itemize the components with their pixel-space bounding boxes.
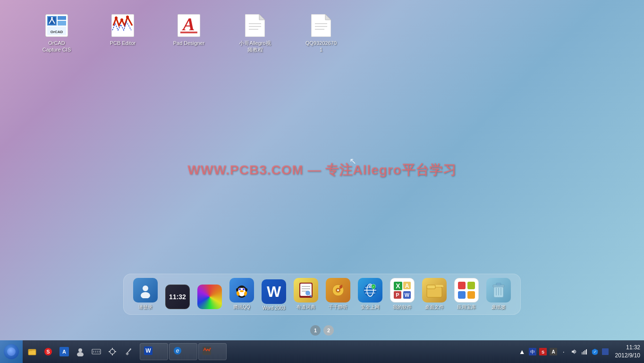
page-2-button[interactable]: 2	[323, 325, 334, 336]
dock-item-music[interactable]: 千千静听	[323, 277, 353, 311]
tray-dot-icon[interactable]: ·	[559, 347, 568, 356]
svg-marker-22	[325, 14, 331, 20]
contacts-label: 请登录	[138, 304, 153, 311]
system-tray: ▲ 中 S A · ✓ 11:32	[518, 340, 644, 363]
svg-text:中: 中	[530, 349, 535, 354]
svg-text:✓: ✓	[372, 285, 375, 288]
taskbar-keyboard-btn[interactable]	[89, 344, 104, 359]
clock-time: 11:32	[615, 344, 640, 352]
svg-rect-112	[602, 348, 609, 355]
taskbar-explorer-btn[interactable]	[25, 344, 40, 359]
dock-item-qq[interactable]: 腾讯QQ	[227, 277, 257, 311]
svg-point-11	[126, 16, 129, 18]
pcb-editor-label: PCB Editor	[110, 40, 136, 46]
video-tutorial-label: 小哥Allegro视 频教程	[239, 40, 271, 53]
dock-item-contacts[interactable]: 请登录	[130, 277, 161, 311]
prism-icon	[197, 285, 222, 309]
taskbar-ie-icon: e	[173, 346, 182, 357]
svg-text:A: A	[551, 349, 555, 354]
mysoft-label: 我的软件	[393, 304, 412, 311]
dock-item-ie[interactable]: e ✓ 安全上网	[355, 277, 385, 311]
svg-point-32	[239, 288, 241, 290]
svg-rect-70	[467, 291, 475, 299]
desktop-icon-qq-file[interactable]: QQ93202670 1	[302, 14, 340, 53]
taskbar: S A W e	[0, 340, 644, 363]
svg-rect-2	[58, 16, 66, 20]
desktop-icon-pad-designer[interactable]: A Pad Designer	[170, 14, 208, 53]
system-clock[interactable]: 11:32 2012/9/10	[612, 344, 640, 360]
tray-expand-icon[interactable]: ▲	[518, 347, 526, 356]
mouse-cursor: ↖	[349, 156, 356, 166]
dock-item-appstore[interactable]: 应用宝库	[451, 277, 482, 311]
tray-ime-icon[interactable]: 中	[528, 347, 537, 356]
start-orb	[4, 344, 19, 359]
svg-point-48	[337, 289, 339, 291]
svg-text:A: A	[62, 349, 66, 354]
svg-rect-72	[493, 285, 504, 287]
orcad-icon: OrCAD	[45, 14, 68, 37]
tray-network-icon[interactable]	[580, 347, 589, 356]
svg-marker-106	[572, 349, 575, 354]
music-icon	[326, 278, 350, 302]
desktop-icon-video-tutorial[interactable]: 小哥Allegro视 频教程	[236, 14, 274, 53]
taskbar-user-btn[interactable]	[73, 344, 88, 359]
svg-rect-38	[246, 288, 247, 291]
dock-item-trash[interactable]: 废纸篓	[483, 277, 514, 311]
appstore-icon	[454, 278, 479, 302]
svg-text:e: e	[176, 347, 179, 354]
page-1-button[interactable]: 1	[310, 325, 321, 336]
taskbar-typeface-btn[interactable]: A	[57, 344, 72, 359]
tray-a-icon[interactable]: A	[549, 347, 558, 356]
dock-item-desktopfiles[interactable]: 桌面文件	[419, 277, 449, 311]
word-icon: W	[262, 279, 286, 304]
svg-rect-73	[496, 283, 501, 285]
dock-item-clock[interactable]: 11:32	[162, 284, 193, 311]
taskbar-wrench-btn[interactable]	[121, 344, 136, 359]
dock-item-word[interactable]: W Word 2003	[259, 278, 289, 311]
taskbar-pcb-window[interactable]	[198, 343, 227, 360]
tray-volume-icon[interactable]	[570, 347, 578, 356]
svg-point-7	[51, 17, 53, 19]
svg-rect-109	[585, 350, 585, 354]
svg-point-9	[115, 17, 118, 19]
taskbar-pcb-icon	[203, 346, 211, 357]
desktop-icon-orcad[interactable]: OrCAD OrCAD Capture CIS	[38, 14, 76, 53]
taskbar-word-window[interactable]: W	[140, 343, 168, 360]
svg-rect-66	[427, 285, 435, 289]
svg-text:W: W	[405, 292, 410, 298]
taskbar-tool-btn[interactable]	[105, 344, 120, 359]
qq-icon	[229, 278, 254, 302]
tray-shield-icon[interactable]: ✓	[591, 347, 599, 356]
svg-marker-17	[259, 14, 265, 20]
tray-extra-icon[interactable]	[601, 347, 610, 356]
dock-item-prism[interactable]	[195, 284, 225, 311]
svg-rect-37	[236, 288, 238, 291]
video-tutorial-icon	[244, 14, 266, 37]
trash-label: 废纸篓	[491, 304, 506, 311]
svg-text:W: W	[145, 347, 151, 354]
application-dock: 请登录 11:32	[0, 274, 644, 317]
svg-rect-3	[58, 21, 66, 26]
taskbar-sogou-btn[interactable]: S	[41, 344, 56, 359]
desktopfiles-label: 桌面文件	[425, 304, 444, 311]
svg-text:✓: ✓	[593, 350, 596, 354]
taskbar-word-icon: W	[144, 346, 153, 357]
svg-text:A: A	[182, 14, 195, 34]
ie-label: 安全上网	[361, 304, 380, 311]
taskbar-ie-window[interactable]: e	[169, 343, 197, 360]
svg-text:P: P	[396, 292, 399, 298]
clock-icon: 11:32	[165, 285, 190, 309]
tray-sogou-icon[interactable]: S	[539, 347, 547, 356]
svg-rect-68	[467, 282, 475, 289]
dock-item-dict[interactable]: 有道词典	[291, 277, 321, 311]
svg-rect-67	[458, 282, 466, 289]
svg-rect-108	[583, 351, 584, 354]
desktop-icon-pcb-editor[interactable]: PCB Editor	[104, 14, 142, 53]
svg-point-33	[243, 288, 245, 290]
clock-date: 2012/9/10	[615, 352, 640, 360]
music-label: 千千静听	[329, 304, 347, 311]
svg-text:S: S	[542, 350, 544, 354]
dock-item-mysoft[interactable]: X A P W 我的软件	[387, 277, 417, 311]
svg-rect-110	[586, 349, 587, 354]
start-button[interactable]	[0, 340, 23, 363]
